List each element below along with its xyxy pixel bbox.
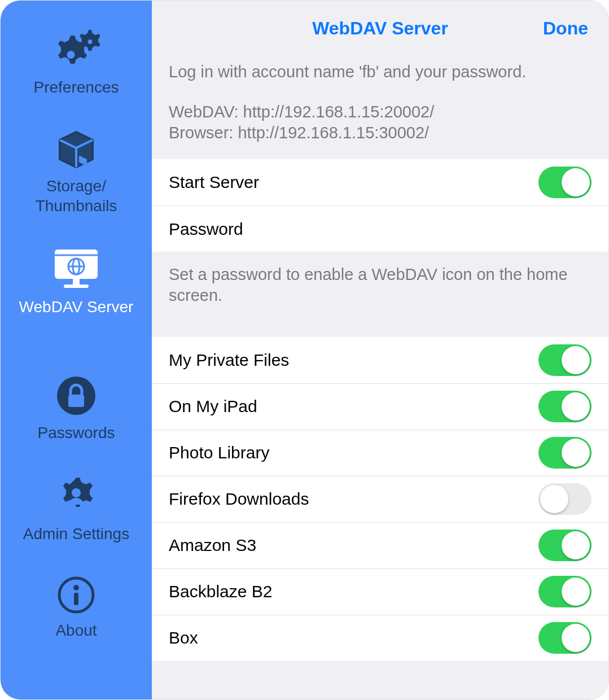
share-row: My Private Files xyxy=(152,337,608,383)
svg-rect-13 xyxy=(68,395,84,407)
sidebar-item-label: Storage/ Thumbnails xyxy=(36,176,117,216)
svg-rect-11 xyxy=(64,285,89,288)
share-toggle[interactable] xyxy=(538,576,592,607)
lock-icon xyxy=(55,374,98,417)
gears-icon xyxy=(52,30,100,72)
sidebar-item-label: About xyxy=(55,620,97,640)
info-webdav-line: WebDAV: http://192.168.1.15:20002/ xyxy=(169,102,592,123)
done-button[interactable]: Done xyxy=(543,18,588,39)
sidebar-item-label: Passwords xyxy=(38,423,115,443)
server-icon xyxy=(50,247,102,291)
share-row: Amazon S3 xyxy=(152,522,608,568)
main-panel: WebDAV Server Done Log in with account n… xyxy=(152,1,608,699)
share-row: Backblaze B2 xyxy=(152,568,608,615)
share-label: Box xyxy=(169,628,538,648)
sidebar: Preferences Storage/ Thumbnails xyxy=(1,1,152,699)
svg-rect-17 xyxy=(74,593,78,605)
password-footer-note: Set a password to enable a WebDAV icon o… xyxy=(152,252,608,306)
share-label: My Private Files xyxy=(169,351,538,370)
info-browser-line: Browser: http://192.168.1.15:30002/ xyxy=(169,123,592,143)
svg-point-0 xyxy=(88,40,93,44)
share-label: Amazon S3 xyxy=(169,536,538,555)
share-toggle[interactable] xyxy=(538,483,592,515)
share-toggle[interactable] xyxy=(538,622,592,654)
info-text: Log in with account name 'fb' and your p… xyxy=(152,62,608,159)
app-root: Preferences Storage/ Thumbnails xyxy=(0,0,609,700)
share-label: On My iPad xyxy=(169,397,538,416)
svg-rect-10 xyxy=(73,279,80,285)
sidebar-item-passwords[interactable]: Passwords xyxy=(1,374,152,443)
server-group: Start Server Password xyxy=(152,159,608,252)
share-row: Firefox Downloads xyxy=(152,476,608,522)
sidebar-item-webdav[interactable]: WebDAV Server xyxy=(1,247,152,317)
share-row: Photo Library xyxy=(152,430,608,476)
svg-point-14 xyxy=(72,488,81,497)
shares-group: My Private FilesOn My iPadPhoto LibraryF… xyxy=(152,337,608,661)
sidebar-item-label: WebDAV Server xyxy=(19,297,134,317)
content-scroll[interactable]: Log in with account name 'fb' and your p… xyxy=(152,56,608,661)
start-server-label: Start Server xyxy=(169,173,538,192)
password-row[interactable]: Password xyxy=(152,205,608,252)
svg-point-1 xyxy=(67,51,75,59)
sidebar-item-label: Admin Settings xyxy=(23,524,129,544)
share-toggle[interactable] xyxy=(538,437,592,469)
share-toggle[interactable] xyxy=(538,391,592,422)
sidebar-item-storage[interactable]: Storage/ Thumbnails xyxy=(1,129,152,216)
svg-point-16 xyxy=(73,585,79,590)
navbar: WebDAV Server Done xyxy=(152,1,608,56)
share-toggle[interactable] xyxy=(538,530,592,561)
share-row: On My iPad xyxy=(152,383,608,430)
share-label: Photo Library xyxy=(169,443,538,462)
sidebar-item-preferences[interactable]: Preferences xyxy=(1,30,152,97)
sidebar-item-admin[interactable]: Admin Settings xyxy=(1,474,152,544)
share-label: Firefox Downloads xyxy=(169,489,538,509)
usergear-icon xyxy=(54,474,98,518)
share-row: Box xyxy=(152,615,608,661)
password-label: Password xyxy=(169,220,592,239)
page-title: WebDAV Server xyxy=(312,18,448,39)
start-server-toggle[interactable] xyxy=(538,167,592,198)
share-label: Backblaze B2 xyxy=(169,582,538,601)
package-icon xyxy=(55,129,97,170)
info-login-line: Log in with account name 'fb' and your p… xyxy=(169,62,592,82)
info-icon xyxy=(56,575,96,615)
sidebar-item-about[interactable]: About xyxy=(1,575,152,640)
start-server-row: Start Server xyxy=(152,159,608,205)
sidebar-item-label: Preferences xyxy=(34,77,119,97)
share-toggle[interactable] xyxy=(538,344,592,376)
